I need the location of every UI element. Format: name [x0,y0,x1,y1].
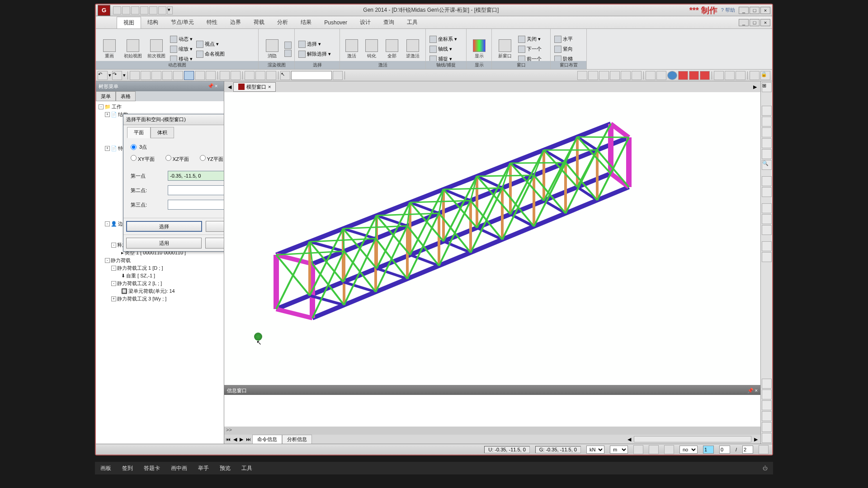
tb-icon-12[interactable] [255,71,265,80]
rt-icon-4[interactable] [762,138,772,148]
rt-view-3[interactable] [762,400,772,410]
msg-nav-prev-icon[interactable]: ◀ [232,436,238,442]
help-button[interactable]: ? 帮助 [721,7,735,14]
tree-expand-icon[interactable]: - [105,221,110,226]
invert-activate-button[interactable]: 逆激活 [403,35,423,64]
rt-icon-9[interactable] [762,214,772,224]
tb-r-8[interactable] [656,71,666,80]
tree-expand-icon[interactable]: + [105,112,110,117]
menu-tools[interactable]: 工具 [401,17,424,28]
zoom-search-icon[interactable]: 🔍 [762,160,772,170]
status-icon-2[interactable] [649,445,659,454]
qat-drop-icon[interactable]: ▾ [167,6,173,14]
doc-close-button[interactable]: × [760,19,770,26]
msg-pin-icon[interactable]: 📌 [747,388,754,393]
taskbar-tools[interactable]: 工具 [241,465,252,472]
activate-button[interactable]: 激活 [343,35,361,64]
hidden-button[interactable]: 消隐 [261,35,283,64]
status-field-1[interactable] [703,446,714,454]
point3-input[interactable] [168,200,224,210]
tab-close-icon[interactable]: × [268,84,271,89]
tab-nav-left-icon[interactable]: ◀ [226,84,233,90]
menu-design[interactable]: 设计 [354,17,377,28]
tree-expand-icon[interactable]: - [111,243,116,248]
panel-pin-icon[interactable]: 📌 [208,83,214,89]
msg-scroll-right-icon[interactable]: ▶ [751,436,760,442]
zoom-fit-icon[interactable] [762,149,772,159]
tree-expand-icon[interactable]: - [99,104,104,109]
tb-r-11[interactable] [725,71,735,80]
tree-expand-icon[interactable]: + [105,146,110,151]
rt-icon-7[interactable] [762,187,772,197]
command-prompt[interactable]: >> [224,427,760,435]
grid-small-icon[interactable]: ⊞ [762,82,772,92]
menu-results[interactable]: 结果 [294,17,318,28]
tree-tab-table[interactable]: 表格 [116,91,136,101]
dialog-unselect-button[interactable]: 解除选择 [206,221,224,232]
tb-icon-7[interactable] [195,71,205,80]
tb-icon-2[interactable] [141,71,151,80]
render2-icon[interactable] [284,50,292,57]
length-unit-select[interactable]: m [610,446,628,454]
redraw-button[interactable]: 重画 [99,35,120,64]
status-icon-3[interactable] [664,445,674,454]
unselect-button[interactable]: 解除选择▾ [297,50,332,59]
msg-close-icon[interactable]: × [755,388,758,393]
tree-area[interactable]: -📁 工作 +📄 结构 +📄 特性 -👤 边界 -释放梁端约束: 58 ▸ 类型… [96,101,224,444]
minimize-button[interactable]: _ [739,7,749,14]
menu-analysis[interactable]: 分析 [271,17,294,28]
msg-scroll-left-icon[interactable]: ◀ [625,436,634,442]
qat-zoom-icon[interactable] [158,6,166,14]
pointer-icon[interactable]: ↖ [280,71,290,80]
lock-icon[interactable]: 🔒 [760,71,770,80]
tb-icon-10[interactable] [231,71,241,80]
rt-view-6[interactable] [762,433,772,443]
dialog-tab-volume[interactable]: 体积 [151,127,174,138]
doc-maximize-button[interactable]: □ [750,19,760,26]
tb-icon-1[interactable] [130,71,140,80]
rt-icon-2[interactable] [762,117,772,127]
render-icon[interactable] [284,42,292,49]
grid-button[interactable]: 轴线▾ [429,45,458,54]
status-icon-1[interactable] [633,445,643,454]
tb-r-red2[interactable] [689,71,699,80]
menu-node-element[interactable]: 节点/单元 [165,17,200,28]
globe-icon[interactable] [667,71,677,80]
tb-r-5[interactable] [621,71,631,80]
tb-r-red1[interactable] [678,71,688,80]
horizontal-button[interactable]: 水平 [553,35,574,44]
rt-icon-3[interactable] [762,127,772,137]
status-field-2[interactable] [742,446,753,454]
menu-boundary[interactable]: 边界 [224,17,247,28]
undo-button[interactable]: ↶ [98,71,108,80]
menu-pushover[interactable]: Pushover [318,18,354,28]
initial-view-button[interactable]: 初始视图 [122,35,144,64]
tb-icon-11[interactable] [245,71,255,80]
dialog-apply-button[interactable]: 适用 [126,238,202,249]
status-no-select[interactable]: no [679,446,698,454]
display-button[interactable]: 显示 [469,35,489,64]
3d-canvas[interactable]: ↖ [224,92,760,385]
radio-3point[interactable]: 3点 [131,144,224,150]
rt-icon-1[interactable] [762,106,772,116]
tree-expand-icon[interactable]: - [105,258,110,263]
qat-print-icon[interactable] [149,6,157,14]
rt-icon-6[interactable] [762,176,772,186]
msg-nav-last-icon[interactable]: ⏭ [245,436,252,442]
status-icon-4[interactable] [759,445,769,454]
menu-query[interactable]: 查询 [377,17,401,28]
rt-view-2[interactable] [762,389,772,399]
close-window-button[interactable]: 关闭▾ [517,35,542,44]
tb-icon-5[interactable] [173,71,183,80]
dialog-close-button2[interactable]: 关闭 [205,238,224,249]
tb-r-12[interactable] [736,71,745,80]
tb-icon-4[interactable] [162,71,172,80]
msg-tab-command[interactable]: 命令信息 [252,435,282,444]
rt-view-1[interactable] [762,379,772,389]
next-window-button[interactable]: 下一个 [517,45,542,54]
message-body[interactable] [224,395,760,427]
menu-view[interactable]: 视图 [117,17,141,28]
taskbar-pip[interactable]: 画中画 [171,465,187,472]
tab-nav-right-icon[interactable]: ▶ [751,84,759,90]
model-window-tab[interactable]: 模型窗口 × [233,82,276,92]
